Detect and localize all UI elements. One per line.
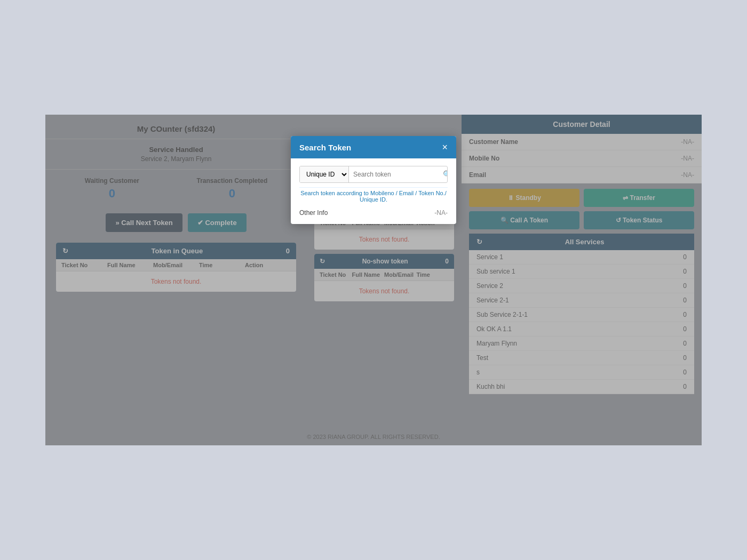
search-filter-select[interactable]: Unique ID Mobile No Email Token No: [300, 166, 349, 182]
modal-title: Search Token: [299, 143, 351, 152]
search-row: Unique ID Mobile No Email Token No 🔍: [299, 166, 448, 183]
search-hint: Search token according to Mobileno / Ema…: [299, 187, 448, 205]
other-info-row: Other Info -NA-: [299, 205, 448, 217]
modal-body: Unique ID Mobile No Email Token No 🔍 Sea…: [291, 158, 456, 224]
modal-overlay: Search Token × Unique ID Mobile No Email…: [45, 115, 702, 445]
main-container: My COunter (sfd324) Service Handled Serv…: [45, 115, 702, 445]
other-info-label: Other Info: [299, 209, 328, 217]
modal-header: Search Token ×: [291, 136, 456, 158]
search-token-modal: Search Token × Unique ID Mobile No Email…: [291, 136, 456, 224]
search-token-input[interactable]: [349, 166, 438, 182]
modal-close-button[interactable]: ×: [442, 142, 448, 152]
search-submit-button[interactable]: 🔍: [438, 166, 448, 182]
other-info-value: -NA-: [434, 209, 448, 217]
